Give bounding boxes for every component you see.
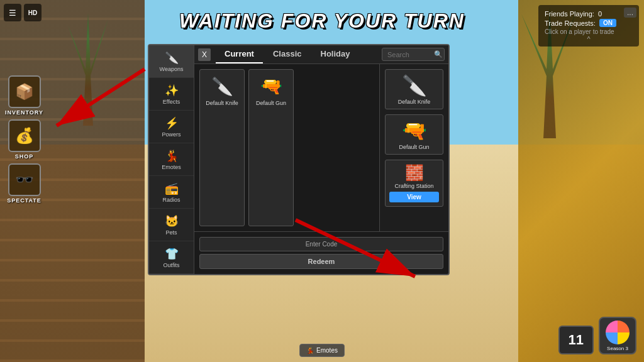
friends-playing-count: 0 bbox=[598, 10, 602, 18]
friends-playing-label: Friends Playing: bbox=[545, 10, 594, 18]
emotes-button[interactable]: 💃 Emotes bbox=[299, 344, 345, 357]
equipped-gun: 🔫 Default Gun bbox=[385, 114, 443, 155]
season-circle bbox=[606, 321, 630, 344]
click-note: Click on a player to trade bbox=[545, 28, 633, 35]
weapons-label: Weapons bbox=[160, 66, 184, 72]
kill-counter: 11 bbox=[558, 326, 594, 354]
equipped-gun-icon: 🔫 bbox=[402, 119, 427, 143]
sidebar-item-inventory[interactable]: 📦 INVENTORY bbox=[5, 75, 43, 116]
season-badge: Season 3 bbox=[599, 317, 636, 354]
hud-caret: ^ bbox=[545, 35, 633, 43]
view-button[interactable]: View bbox=[389, 192, 439, 202]
search-icon: 🔍 bbox=[434, 50, 443, 58]
shop-label: SHOP bbox=[15, 153, 34, 160]
search-input[interactable] bbox=[387, 51, 431, 58]
category-sidebar: 🔪 Weapons ✨ Effects ⚡ Powers 💃 Emotes 📻 … bbox=[149, 45, 194, 274]
equipped-knife-icon: 🔪 bbox=[402, 74, 427, 97]
enter-code-field[interactable]: Enter Code bbox=[199, 237, 443, 251]
radios-label: Radios bbox=[162, 197, 180, 203]
emotes-icon: 💃 bbox=[165, 149, 179, 163]
trade-on-badge[interactable]: ON bbox=[599, 19, 616, 27]
equipped-gun-name: Default Gun bbox=[399, 144, 429, 150]
main-content: X Current Classic Holiday 🔍 🔪 Default Kn… bbox=[194, 45, 448, 274]
emotes-icon-bottom: 💃 bbox=[306, 347, 314, 354]
roblox-menu-icon[interactable]: ☰ bbox=[4, 4, 21, 21]
inventory-panel: 🔪 Weapons ✨ Effects ⚡ Powers 💃 Emotes 📻 … bbox=[148, 44, 450, 275]
category-pets[interactable]: 🐱 Pets bbox=[149, 209, 194, 241]
tab-bar: X Current Classic Holiday 🔍 bbox=[194, 45, 448, 64]
radios-icon: 📻 bbox=[165, 182, 179, 195]
powers-icon: ⚡ bbox=[165, 116, 179, 130]
spectate-icon: 🕶️ bbox=[8, 163, 41, 196]
crafting-name: Crafting Station bbox=[394, 183, 433, 189]
equipped-knife-name: Default Knife bbox=[398, 99, 431, 105]
sidebar-item-shop[interactable]: 💰 SHOP bbox=[5, 119, 43, 160]
category-effects[interactable]: ✨ Effects bbox=[149, 78, 194, 111]
pets-icon: 🐱 bbox=[165, 214, 179, 228]
pets-label: Pets bbox=[165, 229, 177, 236]
crafting-icon: 🧱 bbox=[405, 164, 424, 182]
gun-name: Default Gun bbox=[256, 100, 286, 106]
effects-icon: ✨ bbox=[165, 84, 179, 97]
effects-label: Effects bbox=[163, 99, 180, 105]
equipped-knife: 🔪 Default Knife bbox=[385, 69, 443, 109]
right-panel: 🔪 Default Knife 🔫 Default Gun 🧱 Crafting… bbox=[379, 64, 448, 231]
crafting-station: 🧱 Crafting Station View bbox=[385, 160, 443, 207]
redeem-button[interactable]: Redeem bbox=[199, 254, 443, 269]
item-default-knife[interactable]: 🔪 Default Knife bbox=[199, 69, 245, 226]
top-right-hud: ... Friends Playing: 0 Trade Requests: O… bbox=[538, 5, 639, 47]
more-button[interactable]: ... bbox=[624, 8, 636, 18]
inventory-icon: 📦 bbox=[8, 75, 41, 108]
outfits-label: Outfits bbox=[163, 262, 179, 268]
powers-label: Powers bbox=[162, 131, 180, 138]
waiting-title: WAITING FOR YOUR TURN bbox=[179, 9, 465, 33]
category-outfits[interactable]: 👕 Outfits bbox=[149, 241, 194, 274]
category-emotes[interactable]: 💃 Emotes bbox=[149, 143, 194, 176]
category-powers[interactable]: ⚡ Powers bbox=[149, 111, 194, 143]
weapons-icon: 🔪 bbox=[165, 51, 179, 65]
tab-holiday[interactable]: Holiday bbox=[312, 45, 359, 63]
outfits-icon: 👕 bbox=[165, 247, 179, 261]
item-grid: 🔪 Default Knife 🔫 Default Gun bbox=[194, 64, 379, 231]
knife-image: 🔪 bbox=[206, 74, 238, 99]
close-button[interactable]: X bbox=[198, 48, 211, 61]
category-weapons[interactable]: 🔪 Weapons bbox=[149, 45, 194, 78]
trade-requests-label: Trade Requests: bbox=[545, 19, 596, 27]
shop-icon: 💰 bbox=[8, 119, 41, 152]
knife-name: Default Knife bbox=[206, 100, 238, 106]
spectate-label: SPECTATE bbox=[7, 197, 42, 204]
left-sidebar: 📦 INVENTORY 💰 SHOP 🕶️ SPECTATE bbox=[5, 75, 43, 204]
emotes-label: Emotes bbox=[316, 347, 338, 354]
tab-classic[interactable]: Classic bbox=[264, 45, 311, 63]
inventory-label: INVENTORY bbox=[5, 109, 43, 116]
season-label: Season 3 bbox=[607, 346, 628, 351]
gun-image: 🔫 bbox=[255, 74, 287, 99]
bottom-panel: Enter Code Redeem bbox=[194, 231, 448, 274]
roblox-top-left-icons: ☰ HD bbox=[4, 4, 42, 21]
emotes-label: Emotes bbox=[162, 164, 181, 170]
right-wall bbox=[518, 0, 644, 362]
roblox-hd-icon[interactable]: HD bbox=[24, 4, 42, 21]
item-default-gun[interactable]: 🔫 Default Gun bbox=[248, 69, 294, 226]
search-box: 🔍 bbox=[382, 48, 445, 61]
category-radios[interactable]: 📻 Radios bbox=[149, 176, 194, 209]
bottom-hud: 💃 Emotes bbox=[299, 344, 345, 357]
sidebar-item-spectate[interactable]: 🕶️ SPECTATE bbox=[5, 163, 43, 204]
tab-current[interactable]: Current bbox=[216, 45, 263, 63]
